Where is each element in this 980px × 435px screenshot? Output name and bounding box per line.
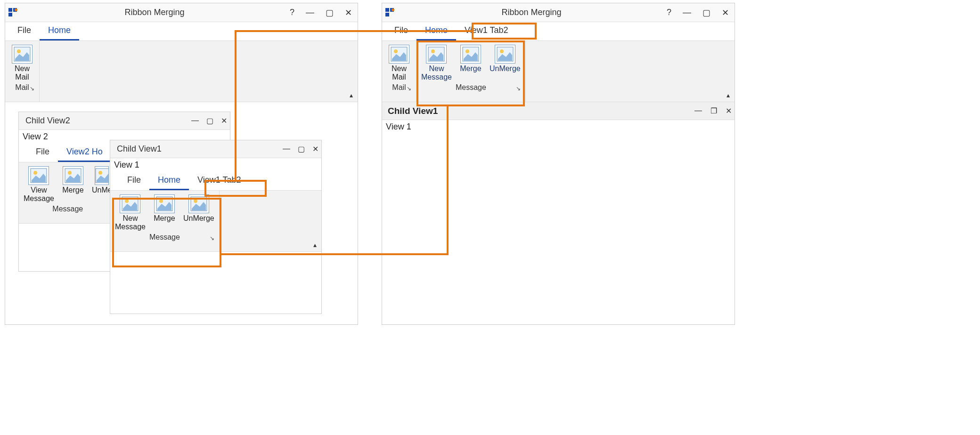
right-group-message: New Message Merge UnMerge Message ↘ bbox=[416, 41, 526, 102]
tab-view1-tab2[interactable]: View1 Tab2 bbox=[189, 171, 249, 190]
dialog-launcher-icon[interactable]: ↘ bbox=[30, 85, 34, 92]
close-button[interactable]: ✕ bbox=[720, 8, 731, 18]
close-button[interactable]: ✕ bbox=[221, 116, 227, 125]
tab-file[interactable]: File bbox=[27, 143, 58, 162]
image-placeholder-icon bbox=[95, 166, 109, 185]
maximize-button[interactable]: ▢ bbox=[206, 116, 213, 125]
app-icon bbox=[8, 8, 18, 18]
tab-view1-tab2[interactable]: View1 Tab2 bbox=[456, 22, 516, 40]
image-placeholder-icon bbox=[28, 166, 49, 185]
image-placeholder-icon bbox=[389, 45, 409, 64]
unmerge-label: UnMerge bbox=[490, 64, 521, 73]
right-ribbon: New Mail Mail ↘ New Message Merge bbox=[382, 41, 735, 102]
merge-label: Merge bbox=[460, 64, 481, 73]
help-button[interactable]: ? bbox=[665, 8, 673, 17]
image-placeholder-icon bbox=[460, 45, 481, 64]
tab-file[interactable]: File bbox=[9, 22, 40, 40]
app-icon bbox=[385, 8, 395, 18]
new-message-button[interactable]: New Message bbox=[113, 193, 147, 232]
child1-group-name: Message bbox=[149, 233, 180, 242]
child2-group-name: Message bbox=[52, 205, 83, 213]
collapse-ribbon-icon[interactable]: ▴ bbox=[727, 91, 730, 99]
tab-file[interactable]: File bbox=[386, 22, 416, 40]
collapse-ribbon-icon[interactable]: ▴ bbox=[350, 91, 353, 99]
maximize-button[interactable]: ▢ bbox=[324, 8, 335, 18]
right-titlebar[interactable]: Ribbon Merging ? — ▢ ✕ bbox=[382, 3, 735, 22]
new-mail-button[interactable]: New Mail bbox=[385, 43, 413, 82]
merge-label: Merge bbox=[62, 186, 83, 194]
child2-group-message: View Message Merge UnMe Message bbox=[19, 162, 117, 223]
group-mail: New Mail Mail ↘ bbox=[5, 41, 40, 102]
child1-body-text: View 1 bbox=[110, 158, 321, 172]
child2-titlebar[interactable]: Child View2 — ▢ ✕ bbox=[19, 112, 230, 130]
child1-tabs: File Home View1 Tab2 bbox=[110, 172, 321, 191]
image-placeholder-icon bbox=[154, 194, 175, 213]
minimize-button[interactable]: — bbox=[191, 116, 199, 125]
close-button[interactable]: ✕ bbox=[343, 8, 354, 18]
close-button[interactable]: ✕ bbox=[312, 145, 318, 153]
left-window-title: Ribbon Merging bbox=[21, 8, 288, 17]
tab-home[interactable]: Home bbox=[40, 22, 79, 40]
close-button[interactable]: ✕ bbox=[726, 106, 732, 115]
mdi-body-text: View 1 bbox=[382, 120, 735, 134]
tab-home[interactable]: Home bbox=[149, 171, 189, 190]
image-placeholder-icon bbox=[495, 45, 515, 64]
mdi-child-title: Child View1 bbox=[388, 106, 694, 116]
right-tabs: File Home View1 Tab2 bbox=[382, 22, 735, 41]
new-mail-label: New Mail bbox=[15, 64, 30, 82]
right-app-window: Ribbon Merging ? — ▢ ✕ File Home View1 T… bbox=[382, 3, 735, 325]
right-group-mail-name: Mail bbox=[392, 83, 406, 92]
unmerge-label: UnMerge bbox=[183, 214, 214, 223]
image-placeholder-icon bbox=[426, 45, 447, 64]
left-app-window: Ribbon Merging ? — ▢ ✕ File Home New Mai… bbox=[5, 3, 358, 325]
new-message-button[interactable]: New Message bbox=[419, 43, 454, 82]
right-window-title: Ribbon Merging bbox=[398, 8, 665, 17]
left-tabs: File Home bbox=[5, 22, 358, 41]
left-ribbon: New Mail Mail ↘ ▴ bbox=[5, 41, 358, 102]
minimize-button[interactable]: — bbox=[304, 8, 316, 17]
right-group-msg-name: Message bbox=[456, 83, 486, 92]
minimize-button[interactable]: — bbox=[681, 8, 693, 17]
view-message-label: View Message bbox=[24, 186, 54, 203]
new-mail-button[interactable]: New Mail bbox=[8, 43, 36, 82]
merge-label: Merge bbox=[154, 214, 175, 223]
unmerge-button[interactable]: UnMerge bbox=[181, 193, 216, 232]
maximize-button[interactable]: ▢ bbox=[701, 8, 712, 18]
child1-title: Child View1 bbox=[117, 144, 283, 154]
dialog-launcher-icon[interactable]: ↘ bbox=[407, 85, 411, 92]
image-placeholder-icon bbox=[188, 194, 209, 213]
help-button[interactable]: ? bbox=[288, 8, 296, 17]
minimize-button[interactable]: — bbox=[694, 106, 702, 115]
unmerge-label: UnMe bbox=[92, 186, 112, 194]
new-message-label: New Message bbox=[421, 64, 452, 82]
collapse-ribbon-icon[interactable]: ▴ bbox=[313, 241, 317, 249]
new-message-label: New Message bbox=[115, 214, 146, 232]
tab-file[interactable]: File bbox=[119, 171, 149, 190]
child1-titlebar[interactable]: Child View1 — ▢ ✕ bbox=[110, 140, 321, 158]
image-placeholder-icon bbox=[120, 194, 140, 213]
group-mail-name: Mail bbox=[15, 83, 29, 92]
new-mail-label: New Mail bbox=[392, 64, 407, 82]
image-placeholder-icon bbox=[12, 45, 33, 64]
child1-ribbon: New Message Merge UnMerge Message bbox=[110, 191, 321, 252]
left-titlebar[interactable]: Ribbon Merging ? — ▢ ✕ bbox=[5, 3, 358, 22]
tab-home[interactable]: Home bbox=[416, 22, 456, 40]
child1-group-message: New Message Merge UnMerge Message bbox=[110, 191, 220, 251]
tab-view2-home[interactable]: View2 Ho bbox=[58, 143, 110, 162]
restore-button[interactable]: ❐ bbox=[710, 106, 717, 115]
merge-button[interactable]: Merge bbox=[150, 193, 179, 232]
mdi-child-titlebar[interactable]: Child View1 — ❐ ✕ bbox=[382, 102, 735, 120]
image-placeholder-icon bbox=[63, 166, 83, 185]
child2-title: Child View2 bbox=[25, 116, 191, 126]
maximize-button[interactable]: ▢ bbox=[298, 145, 305, 153]
dialog-launcher-icon[interactable]: ↘ bbox=[210, 235, 214, 242]
child-view1-window: Child View1 — ▢ ✕ View 1 File Home View1… bbox=[110, 140, 322, 314]
merge-button[interactable]: Merge bbox=[59, 164, 87, 203]
merge-button[interactable]: Merge bbox=[457, 43, 485, 82]
dialog-launcher-icon[interactable]: ↘ bbox=[516, 85, 521, 92]
minimize-button[interactable]: — bbox=[283, 145, 290, 153]
unmerge-button[interactable]: UnMerge bbox=[488, 43, 523, 82]
left-client-area: Child View2 — ▢ ✕ View 2 File View2 Ho V bbox=[5, 102, 358, 324]
view-message-button[interactable]: View Message bbox=[22, 164, 56, 203]
right-group-mail: New Mail Mail ↘ bbox=[382, 41, 416, 102]
